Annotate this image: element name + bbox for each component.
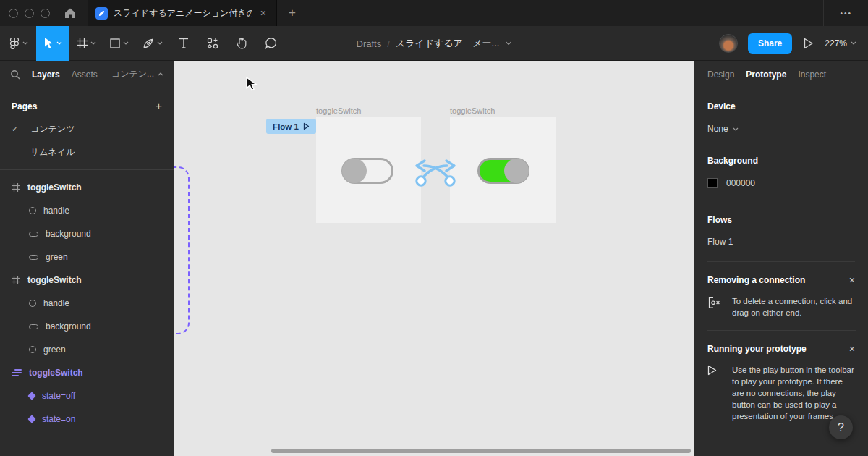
hand-tool-button[interactable] — [227, 26, 256, 61]
hand-icon — [236, 37, 247, 49]
share-button[interactable]: Share — [748, 33, 792, 54]
toggle-switch-off[interactable] — [341, 158, 393, 184]
help-button[interactable]: ? — [829, 415, 853, 439]
pen-tool-button[interactable] — [136, 26, 169, 61]
canvas[interactable]: toggleSwitch Flow 1 toggleSwitch — [174, 61, 694, 456]
present-play-icon[interactable] — [802, 37, 814, 50]
shape-tool-button[interactable] — [103, 26, 136, 61]
layer-row-state-off[interactable]: state=off — [0, 384, 174, 408]
comment-tool-button[interactable] — [256, 26, 285, 61]
left-sidebar: Layers Assets コンテン... Pages + ✓ コンテンツ サム… — [0, 61, 174, 456]
play-icon — [707, 364, 723, 422]
pages-header: Pages — [12, 101, 37, 111]
home-button[interactable] — [60, 3, 80, 23]
window-zoom-icon[interactable] — [41, 9, 50, 18]
document-title[interactable]: スライドするアニメー... — [396, 37, 500, 50]
frame-tool-button[interactable] — [69, 26, 103, 61]
chevron-down-icon — [733, 127, 739, 131]
tab-inspect[interactable]: Inspect — [798, 69, 826, 80]
left-panel-tabs: Layers Assets コンテン... — [0, 61, 174, 88]
flow-start-badge[interactable]: Flow 1 — [266, 119, 316, 134]
flow-play-icon — [303, 122, 310, 130]
figma-file-icon — [95, 7, 108, 20]
layer-row-green[interactable]: green — [0, 245, 174, 269]
text-tool-button[interactable] — [169, 26, 198, 61]
frame-label[interactable]: toggleSwitch — [450, 106, 495, 115]
layer-row-handle[interactable]: handle — [0, 199, 174, 222]
rounded-rect-icon — [29, 324, 38, 329]
search-icon[interactable] — [10, 69, 20, 80]
browser-tab[interactable]: スライドするアニメーション付きのスイッ × — [88, 0, 277, 26]
layer-row-component-set[interactable]: toggleSwitch — [0, 361, 174, 384]
pen-icon — [142, 38, 154, 49]
frame-label[interactable]: toggleSwitch — [316, 106, 361, 115]
background-hex[interactable]: 000000 — [726, 178, 755, 188]
tip-title: Running your prototype — [707, 344, 807, 354]
tab-design[interactable]: Design — [707, 69, 734, 80]
chevron-up-icon — [158, 72, 163, 76]
layer-row-background[interactable]: background — [0, 315, 174, 338]
tab-layers[interactable]: Layers — [32, 69, 60, 80]
rounded-rect-icon — [29, 255, 38, 260]
tab-assets[interactable]: Assets — [72, 69, 98, 80]
tab-prototype[interactable]: Prototype — [746, 69, 786, 80]
flows-section: Flows Flow 1 — [694, 203, 868, 262]
resources-tool-button[interactable] — [198, 26, 227, 61]
zoom-level: 227% — [825, 38, 847, 48]
main-menu-button[interactable] — [6, 26, 32, 61]
toggle-switch-on[interactable] — [477, 158, 529, 184]
page-item-contents[interactable]: ✓ コンテンツ — [0, 117, 174, 140]
page-item-thumbnail[interactable]: サムネイル — [0, 140, 174, 164]
flow-list-item[interactable]: Flow 1 — [707, 237, 855, 247]
tip-body-text: To delete a connection, click and drag o… — [732, 295, 856, 318]
user-avatar[interactable] — [719, 34, 738, 53]
frame-toggle-on[interactable] — [450, 117, 556, 223]
window-controls[interactable] — [9, 9, 50, 18]
close-icon[interactable]: × — [848, 344, 856, 354]
ellipse-icon — [29, 346, 36, 353]
tip-body-text: Use the play button in the toolbar to pl… — [732, 364, 856, 422]
device-section: Device None — [694, 88, 868, 134]
chevron-down-icon — [851, 41, 856, 45]
layer-row-green[interactable]: green — [0, 338, 174, 361]
prototype-connection-arrows[interactable] — [412, 156, 459, 188]
close-icon[interactable]: × — [848, 275, 856, 285]
tab-page-content[interactable]: コンテン... — [111, 68, 163, 80]
right-panel-tabs: Design Prototype Inspect — [694, 61, 868, 88]
layer-row-background[interactable]: background — [0, 222, 174, 245]
move-tool-button[interactable] — [36, 26, 69, 61]
chevron-down-icon — [123, 41, 129, 45]
add-page-icon[interactable]: + — [156, 100, 162, 113]
frame-icon — [12, 183, 20, 192]
window-close-icon[interactable] — [9, 9, 18, 18]
titlebar: スライドするアニメーション付きのスイッ × + ••• — [0, 0, 868, 26]
device-select[interactable]: None — [707, 124, 855, 134]
chevron-down-icon[interactable] — [505, 41, 511, 46]
toggle-handle[interactable] — [504, 159, 529, 183]
rounded-rect-icon — [29, 232, 38, 237]
component-set-outline — [174, 166, 190, 334]
breadcrumb-drafts[interactable]: Drafts — [357, 38, 382, 49]
color-swatch[interactable] — [707, 178, 718, 188]
new-tab-button[interactable]: + — [284, 6, 300, 20]
check-icon: ✓ — [12, 124, 22, 134]
toggle-handle[interactable] — [342, 159, 367, 183]
window-minimize-icon[interactable] — [25, 9, 34, 18]
background-section: Background 000000 — [694, 134, 868, 203]
ellipse-icon — [29, 207, 36, 214]
chevron-down-icon — [157, 41, 163, 45]
background-color-row[interactable]: 000000 — [707, 178, 855, 188]
layer-row-state-on[interactable]: state=on — [0, 408, 174, 431]
layer-row-frame[interactable]: toggleSwitch — [0, 176, 174, 199]
ellipse-icon — [29, 300, 36, 307]
rectangle-icon — [110, 38, 120, 48]
frame-toggle-off[interactable] — [316, 117, 421, 223]
background-header: Background — [707, 156, 855, 166]
tab-close-icon[interactable]: × — [258, 7, 269, 20]
zoom-menu[interactable]: 227% — [825, 38, 856, 48]
layer-row-frame[interactable]: toggleSwitch — [0, 269, 174, 292]
layer-row-handle[interactable]: handle — [0, 292, 174, 315]
more-options-icon[interactable]: ••• — [840, 9, 852, 17]
toolbar: Drafts / スライドするアニメー... Share 227% — [0, 26, 868, 61]
horizontal-scrollbar[interactable] — [271, 449, 691, 453]
